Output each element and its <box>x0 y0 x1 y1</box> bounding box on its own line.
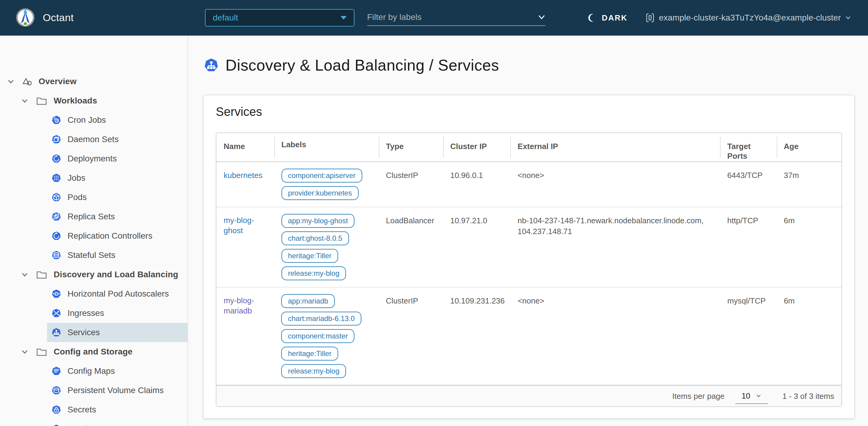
cluster-context-selector[interactable]: example-cluster-ka3TuTzYo4a@example-clus… <box>646 13 851 23</box>
statefulset-icon <box>52 251 61 260</box>
column-header-name: Name <box>216 133 274 162</box>
chevron-down-icon[interactable] <box>7 78 14 85</box>
sidebar-item-label: Overview <box>38 77 76 86</box>
cluster-icon <box>646 13 655 23</box>
column-header-cluster-ip: Cluster IP <box>443 133 510 162</box>
sidebar-item-service-accounts[interactable]: Service Accounts <box>47 419 187 426</box>
moon-icon <box>587 13 598 23</box>
table-row: my-blog-mariadb app:mariadb chart:mariad… <box>216 287 841 385</box>
services-card: Services Name Labels Type Cluster IP Ext… <box>203 95 855 419</box>
service-link[interactable]: kubernetes <box>224 170 262 180</box>
label-tag[interactable]: component:apiserver <box>281 169 362 182</box>
sidebar-item-deployments[interactable]: Deployments <box>47 149 187 168</box>
configmap-icon <box>52 367 61 376</box>
external-ip-cell: <none> <box>510 162 720 207</box>
type-cell: ClusterIP <box>378 287 443 385</box>
target-ports-cell: http/TCP <box>720 207 777 287</box>
label-tag[interactable]: heritage:Tiller <box>281 347 338 361</box>
chevron-down-icon[interactable] <box>21 271 28 278</box>
sidebar-item-pods[interactable]: Pods <box>47 188 187 207</box>
filter-by-labels-input[interactable]: Filter by labels <box>367 9 546 26</box>
label-tag[interactable]: app:mariadb <box>281 294 335 308</box>
sidebar-group-discovery-and-load-balancing[interactable]: Discovery and Load Balancing <box>0 265 187 284</box>
brand: Octant <box>16 8 74 27</box>
pagination-range: 1 - 3 of 3 items <box>782 392 834 401</box>
external-ip-line: 104.237.148.71 <box>518 226 713 237</box>
label-tag[interactable]: provider:kubernetes <box>281 186 359 200</box>
sidebar-item-jobs[interactable]: Jobs <box>47 168 187 188</box>
sidebar-item-label: Cron Jobs <box>67 115 106 125</box>
type-cell: LoadBalancer <box>379 207 443 287</box>
age-cell: 6m <box>777 207 841 287</box>
sidebar-item-horizontal-pod-autoscalers[interactable]: Horizontal Pod Autoscalers <box>47 284 187 304</box>
items-per-page-select[interactable]: 10 <box>735 388 768 404</box>
folder-icon <box>36 270 47 279</box>
service-icon <box>204 58 218 73</box>
external-ip-cell: <none> <box>510 287 720 385</box>
sidebar-item-stateful-sets[interactable]: Stateful Sets <box>47 246 187 265</box>
sidebar-group-workloads[interactable]: Workloads <box>0 91 187 110</box>
app-title: Octant <box>43 12 74 24</box>
items-per-page-value: 10 <box>742 391 750 401</box>
topbar-right-group: DARK example-cluster-ka3TuTzYo4a@example… <box>587 0 851 36</box>
dark-theme-toggle[interactable]: DARK <box>587 13 628 23</box>
chevron-down-icon <box>755 393 762 399</box>
chevron-down-icon[interactable] <box>21 97 28 104</box>
sidebar-item-persistent-volume-claims[interactable]: Persistent Volume Claims <box>47 381 187 400</box>
cluster-ip-cell: 10.109.231.236 <box>443 287 510 385</box>
ingress-icon <box>52 309 61 318</box>
column-header-age: Age <box>777 133 841 162</box>
sidebar-item-overview[interactable]: Overview <box>0 72 187 91</box>
label-tag[interactable]: release:my-blog <box>281 364 346 378</box>
column-header-target-ports: Target Ports <box>720 133 777 162</box>
sidebar-item-label: Config Maps <box>67 366 115 376</box>
replicaset-icon <box>52 212 61 221</box>
service-link[interactable]: my-blog-ghost <box>224 215 265 236</box>
main-content: Discovery & Load Balancing / Services Se… <box>189 36 868 426</box>
replication-controller-icon <box>52 231 61 240</box>
sidebar-item-replication-controllers[interactable]: Replication Controllers <box>47 226 187 246</box>
external-ip-cell: nb-104-237-148-71.newark.nodebalancer.li… <box>510 207 720 287</box>
items-per-page-label: Items per page <box>673 392 724 401</box>
sidebar-item-secrets[interactable]: Secrets <box>47 400 187 419</box>
column-header-external-ip: External IP <box>510 133 720 162</box>
dark-label: DARK <box>602 13 628 23</box>
octant-app: Octant default Filter by labels DARK <box>0 0 868 426</box>
cluster-ip-cell: 10.96.0.1 <box>443 162 510 207</box>
namespace-select[interactable]: default <box>205 9 354 27</box>
sidebar-item-services[interactable]: Services <box>47 323 187 342</box>
sidebar-item-daemon-sets[interactable]: Daemon Sets <box>47 130 187 149</box>
label-tag[interactable]: component:master <box>281 329 354 343</box>
sidebar-group-config-and-storage[interactable]: Config and Storage <box>0 342 187 362</box>
label-tag[interactable]: chart:mariadb-6.13.0 <box>281 312 361 325</box>
objects-icon <box>22 77 32 86</box>
chevron-down-icon[interactable] <box>538 13 546 21</box>
sidebar-item-label: Workloads <box>54 96 97 106</box>
label-tag[interactable]: heritage:Tiller <box>281 249 338 263</box>
sidebar-item-label: Service Accounts <box>67 424 132 426</box>
sidebar-item-ingresses[interactable]: Ingresses <box>47 304 187 323</box>
service-link[interactable]: my-blog-mariadb <box>224 295 264 316</box>
service-icon <box>52 328 61 337</box>
service-account-icon <box>52 425 61 426</box>
sidebar-item-replica-sets[interactable]: Replica Sets <box>47 207 187 226</box>
services-table: Name Labels Type Cluster IP External IP … <box>216 133 842 407</box>
sidebar-item-config-maps[interactable]: Config Maps <box>47 362 187 381</box>
cronjob-icon <box>52 116 61 124</box>
card-title: Services <box>216 105 842 119</box>
sidebar-nav: Overview Workloads Cron Jobs Daemon Sets <box>0 36 188 426</box>
filter-placeholder: Filter by labels <box>367 12 538 22</box>
label-tag[interactable]: app:my-blog-ghost <box>281 214 355 228</box>
label-tag[interactable]: chart:ghost-8.0.5 <box>281 231 349 245</box>
label-tag[interactable]: release:my-blog <box>281 266 346 280</box>
octant-logo-icon <box>16 8 35 27</box>
namespace-selected-value: default <box>213 13 341 23</box>
chevron-down-icon[interactable] <box>21 348 28 356</box>
target-ports-cell: mysql/TCP <box>720 287 776 385</box>
age-cell: 6m <box>777 287 841 385</box>
table-row: kubernetes component:apiserver provider:… <box>216 162 841 207</box>
sidebar-item-label: Pods <box>67 193 87 202</box>
external-ip-line: nb-104-237-148-71.newark.nodebalancer.li… <box>518 215 713 226</box>
sidebar-item-cron-jobs[interactable]: Cron Jobs <box>47 110 187 130</box>
sidebar-item-label: Persistent Volume Claims <box>67 386 164 395</box>
